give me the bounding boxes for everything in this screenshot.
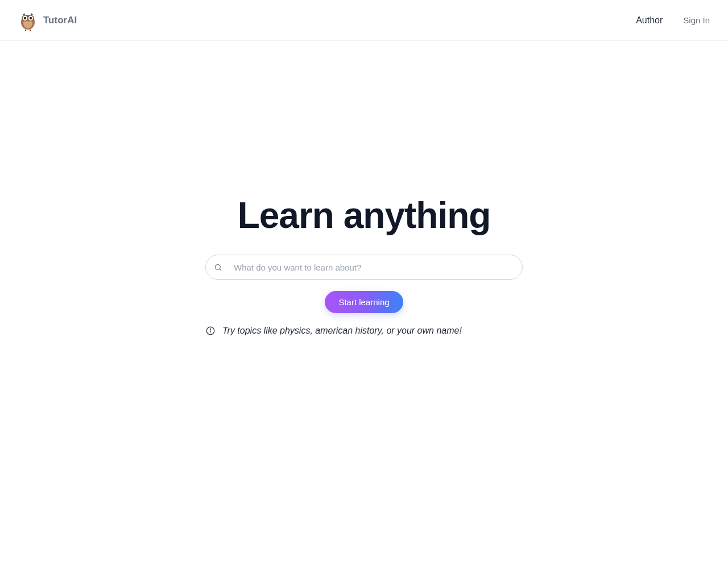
svg-point-4: [24, 16, 26, 19]
search-input[interactable]: [234, 263, 514, 272]
search-box[interactable]: [205, 255, 523, 280]
header: TutorAI Author Sign In: [0, 0, 728, 41]
hint-row: Try topics like physics, american histor…: [205, 326, 523, 336]
page-title: Learn anything: [238, 194, 491, 236]
svg-point-13: [210, 329, 210, 329]
owl-logo-icon: [18, 10, 38, 31]
svg-point-9: [216, 264, 221, 269]
brand-name: TutorAI: [43, 15, 77, 26]
signin-link[interactable]: Sign In: [683, 15, 710, 25]
nav-right: Author Sign In: [636, 15, 710, 26]
search-icon: [214, 263, 222, 272]
brand[interactable]: TutorAI: [18, 10, 77, 31]
hint-text: Try topics like physics, american histor…: [222, 326, 462, 336]
author-link[interactable]: Author: [636, 15, 663, 26]
svg-point-5: [30, 16, 32, 19]
main: Learn anything Start learning Try topics…: [0, 41, 728, 336]
info-icon: [205, 326, 216, 336]
svg-line-10: [220, 269, 221, 271]
start-learning-button[interactable]: Start learning: [325, 291, 403, 313]
